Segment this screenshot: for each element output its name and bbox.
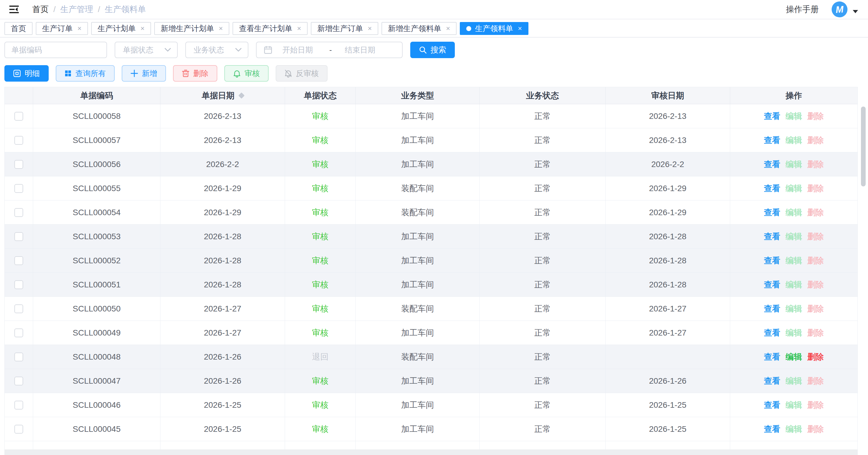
add-button[interactable]: 新增 [122, 65, 166, 82]
edit-link[interactable]: 编辑 [785, 351, 802, 363]
edit-link[interactable]: 编辑 [785, 327, 802, 338]
row-checkbox[interactable] [14, 208, 23, 217]
delete-link[interactable]: 删除 [807, 351, 824, 363]
view-link[interactable]: 查看 [764, 183, 780, 194]
row-checkbox[interactable] [14, 232, 23, 241]
audit-button[interactable]: 审核 [224, 65, 269, 82]
tab-close-icon[interactable]: × [219, 24, 223, 33]
row-checkbox[interactable] [14, 377, 23, 386]
column-header-audit-date[interactable]: 审核日期 [606, 87, 730, 104]
tab-item[interactable]: 新增生产订单× [311, 22, 378, 35]
sort-icon[interactable] [238, 92, 244, 98]
column-header-doc-status[interactable]: 单据状态 [285, 87, 356, 104]
row-checkbox[interactable] [14, 160, 23, 169]
edit-link[interactable]: 编辑 [785, 183, 802, 194]
edit-link[interactable]: 编辑 [785, 159, 802, 170]
column-header-doc-code[interactable]: 单据编码 [33, 87, 160, 104]
delete-link[interactable]: 删除 [807, 159, 824, 170]
search-button[interactable]: 搜索 [410, 42, 455, 58]
row-checkbox[interactable] [14, 136, 23, 145]
view-link[interactable]: 查看 [764, 375, 780, 387]
avatar[interactable]: M [831, 1, 848, 18]
tab-close-icon[interactable]: × [518, 24, 522, 33]
delete-link[interactable]: 删除 [807, 111, 824, 122]
view-link[interactable]: 查看 [764, 255, 780, 266]
delete-link[interactable]: 删除 [807, 327, 824, 338]
view-link[interactable]: 查看 [764, 159, 780, 170]
view-link[interactable]: 查看 [764, 303, 780, 314]
start-date-placeholder[interactable]: 开始日期 [282, 45, 313, 55]
edit-link[interactable]: 编辑 [785, 135, 802, 146]
column-header-doc-date[interactable]: 单据日期 [160, 87, 285, 104]
row-checkbox[interactable] [14, 305, 23, 313]
tab-close-icon[interactable]: × [446, 24, 450, 33]
delete-button[interactable]: 删除 [173, 65, 217, 82]
view-link[interactable]: 查看 [764, 111, 780, 122]
tab-item[interactable]: 新增生产领料单× [381, 22, 457, 35]
tab-item[interactable]: 新增生产计划单× [154, 22, 229, 35]
view-link[interactable]: 查看 [764, 135, 780, 146]
tab-home[interactable]: 首页 [4, 22, 33, 35]
delete-link[interactable]: 删除 [807, 207, 824, 218]
tab-close-icon[interactable]: × [297, 24, 301, 33]
view-link[interactable]: 查看 [764, 207, 780, 218]
delete-link[interactable]: 删除 [807, 279, 824, 290]
view-link[interactable]: 查看 [764, 424, 780, 435]
menu-fold-icon[interactable] [8, 3, 20, 15]
breadcrumb-home[interactable]: 首页 [32, 4, 49, 15]
delete-link[interactable]: 删除 [807, 135, 824, 146]
row-checkbox[interactable] [14, 280, 23, 289]
row-checkbox[interactable] [14, 184, 23, 193]
unaudit-button[interactable]: 反审核 [276, 65, 328, 82]
view-link[interactable]: 查看 [764, 231, 780, 242]
edit-link[interactable]: 编辑 [785, 279, 802, 290]
edit-link[interactable]: 编辑 [785, 375, 802, 387]
breadcrumb-production-management[interactable]: 生产管理 [60, 4, 93, 15]
row-checkbox[interactable] [14, 329, 23, 337]
delete-link[interactable]: 删除 [807, 400, 824, 411]
biz-status-select[interactable]: 业务状态 [185, 42, 248, 58]
tab-close-icon[interactable]: × [368, 24, 372, 33]
tab-item[interactable]: 查看生产计划单× [232, 22, 308, 35]
tab-item[interactable]: 生产订单× [36, 22, 88, 35]
edit-link[interactable]: 编辑 [785, 400, 802, 411]
delete-link[interactable]: 删除 [807, 303, 824, 314]
query-all-button[interactable]: 查询所有 [56, 65, 115, 82]
vertical-scrollbar[interactable] [861, 106, 866, 452]
horizontal-scrollbar[interactable] [4, 449, 858, 455]
delete-link[interactable]: 删除 [807, 231, 824, 242]
tab-item[interactable]: 生产领料单× [460, 22, 528, 35]
view-link[interactable]: 查看 [764, 400, 780, 411]
end-date-placeholder[interactable]: 结束日期 [345, 45, 375, 55]
doc-status-select[interactable]: 单据状态 [115, 42, 178, 58]
tab-close-icon[interactable]: × [141, 24, 145, 33]
edit-link[interactable]: 编辑 [785, 207, 802, 218]
manual-link[interactable]: 操作手册 [786, 4, 819, 15]
column-header-biz-status[interactable]: 业务状态 [480, 87, 606, 104]
vertical-scrollbar-thumb[interactable] [861, 107, 866, 187]
tab-item[interactable]: 生产计划单× [91, 22, 151, 35]
tab-close-icon[interactable]: × [78, 24, 82, 33]
date-range-picker[interactable]: 开始日期 - 结束日期 [256, 42, 403, 58]
delete-link[interactable]: 删除 [807, 375, 824, 387]
delete-link[interactable]: 删除 [807, 424, 824, 435]
edit-link[interactable]: 编辑 [785, 255, 802, 266]
row-checkbox[interactable] [14, 401, 23, 409]
row-checkbox[interactable] [14, 352, 23, 361]
edit-link[interactable]: 编辑 [785, 111, 802, 122]
column-header-biz-type[interactable]: 业务类型 [356, 87, 480, 104]
edit-link[interactable]: 编辑 [785, 424, 802, 435]
view-link[interactable]: 查看 [764, 279, 780, 290]
view-link[interactable]: 查看 [764, 351, 780, 363]
delete-link[interactable]: 删除 [807, 255, 824, 266]
row-checkbox[interactable] [14, 256, 23, 265]
edit-link[interactable]: 编辑 [785, 231, 802, 242]
row-checkbox[interactable] [14, 425, 23, 433]
view-link[interactable]: 查看 [764, 327, 780, 338]
detail-button[interactable]: 明细 [4, 65, 49, 82]
row-checkbox[interactable] [14, 112, 23, 121]
edit-link[interactable]: 编辑 [785, 303, 802, 314]
user-menu-caret-icon[interactable] [853, 10, 858, 13]
delete-link[interactable]: 删除 [807, 183, 824, 194]
doc-code-input[interactable] [4, 42, 107, 58]
